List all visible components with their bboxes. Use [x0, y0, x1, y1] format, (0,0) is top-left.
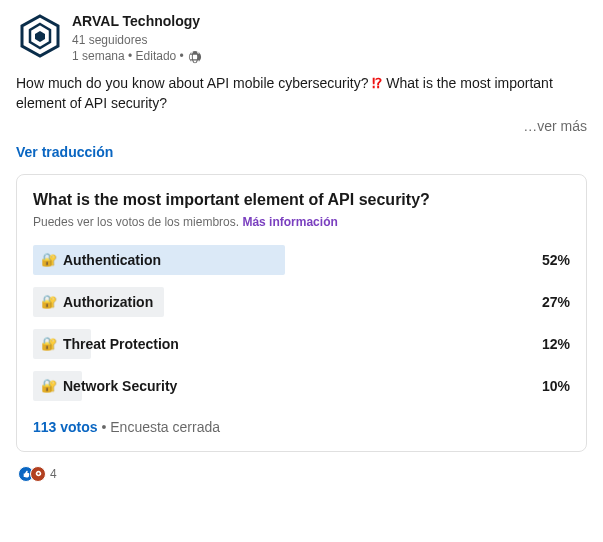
poll-option-pct: 52%: [530, 252, 570, 268]
poll-option-pct: 10%: [530, 378, 570, 394]
lock-icon: 🔐: [41, 252, 57, 267]
poll-option-label: Network Security: [63, 378, 177, 394]
company-logo[interactable]: [16, 12, 64, 60]
lock-icon: 🔐: [41, 336, 57, 351]
exclaim-question-icon: ⁉: [372, 75, 382, 91]
reaction-support-icon: [30, 466, 46, 482]
lock-icon: 🔐: [41, 378, 57, 393]
followers-count: 41 seguidores: [72, 32, 587, 49]
poll-option-pct: 27%: [530, 294, 570, 310]
see-more-link[interactable]: …ver más: [523, 118, 587, 134]
poll-option[interactable]: 🔐Authentication52%: [33, 245, 570, 275]
company-name[interactable]: ARVAL Technology: [72, 12, 587, 32]
poll-more-info-link[interactable]: Más información: [242, 215, 337, 229]
svg-marker-2: [35, 31, 45, 42]
post-text: How much do you know about API mobile cy…: [16, 73, 587, 114]
translate-link[interactable]: Ver traducción: [16, 144, 113, 160]
poll-votes-link[interactable]: 113 votos: [33, 419, 98, 435]
poll-option[interactable]: 🔐Threat Protection12%: [33, 329, 570, 359]
lock-icon: 🔐: [41, 294, 57, 309]
poll-option-label: Authorization: [63, 294, 153, 310]
poll-option-label: Authentication: [63, 252, 161, 268]
poll-card: What is the most important element of AP…: [16, 174, 587, 452]
reaction-count: 4: [50, 467, 57, 481]
poll-option[interactable]: 🔐Authorization27%: [33, 287, 570, 317]
poll-option-label: Threat Protection: [63, 336, 179, 352]
globe-icon: [188, 50, 202, 64]
poll-option-pct: 12%: [530, 336, 570, 352]
poll-footer: 113 votos • Encuesta cerrada: [33, 419, 570, 435]
reactions-bar[interactable]: 4: [16, 466, 587, 482]
poll-title: What is the most important element of AP…: [33, 191, 570, 209]
post-timeline: 1 semana • Editado •: [72, 48, 184, 65]
poll-option[interactable]: 🔐Network Security10%: [33, 371, 570, 401]
poll-subtitle: Puedes ver los votos de los miembros. Má…: [33, 215, 570, 229]
poll-status: Encuesta cerrada: [110, 419, 220, 435]
